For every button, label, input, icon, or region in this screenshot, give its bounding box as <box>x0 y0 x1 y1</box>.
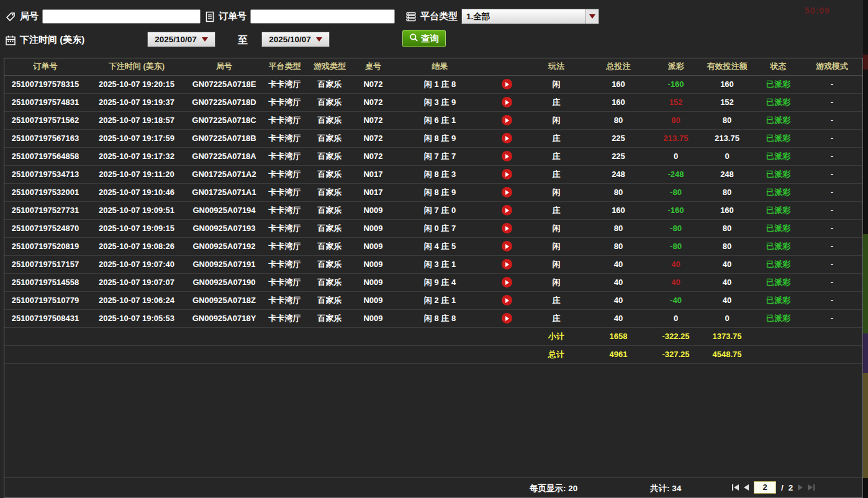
cell-order-number: 251007197527731 <box>4 201 86 219</box>
platform-type-icon <box>405 11 417 22</box>
cell-video <box>485 291 528 309</box>
cell-round-number: GN00925A0718Z <box>187 291 261 309</box>
cell-play-method: 庄 <box>528 201 584 219</box>
cell-table-number: N009 <box>351 273 395 291</box>
table-row: 251007197564858 2025-10-07 19:17:32 GN07… <box>4 147 862 165</box>
cell-result: 闲 8 庄 9 <box>395 129 485 147</box>
cell-status: 已派彩 <box>755 291 802 309</box>
cell-valid-bet: 40 <box>699 273 755 291</box>
play-video-icon[interactable] <box>502 151 512 161</box>
play-video-icon[interactable] <box>502 169 512 179</box>
cell-payout: 40 <box>653 273 699 291</box>
cell-result: 闲 8 庄 8 <box>395 309 485 327</box>
cell-bet-time: 2025-10-07 19:08:26 <box>86 237 187 255</box>
cell-platform-type: 卡卡湾厅 <box>261 291 308 309</box>
play-video-icon[interactable] <box>502 187 512 197</box>
cell-status: 已派彩 <box>755 201 802 219</box>
cell-play-method: 闲 <box>528 255 584 273</box>
cell-status: 已派彩 <box>755 183 802 201</box>
col-header-game-mode: 游戏模式 <box>802 58 862 75</box>
cell-bet-time: 2025-10-07 19:05:53 <box>86 309 187 327</box>
cell-result: 闲 7 庄 7 <box>395 147 485 165</box>
filter-bar: 局号 订单号 平台类型 1.全部 下注时间 (美东) <box>0 0 863 57</box>
cell-status: 已派彩 <box>755 129 802 147</box>
col-header-play-method: 玩法 <box>528 58 584 75</box>
cell-game-type: 百家乐 <box>308 147 351 165</box>
cell-game-mode: - <box>802 219 862 237</box>
cell-valid-bet: 152 <box>699 93 755 111</box>
play-video-icon[interactable] <box>502 97 512 107</box>
cell-bet-time: 2025-10-07 19:07:40 <box>86 255 187 273</box>
cell-bet-time: 2025-10-07 19:10:46 <box>86 183 187 201</box>
cell-video <box>485 147 528 165</box>
query-button-label: 查询 <box>421 33 439 45</box>
cell-platform-type: 卡卡湾厅 <box>261 183 308 201</box>
cell-game-type: 百家乐 <box>308 201 351 219</box>
cell-game-type: 百家乐 <box>308 111 351 129</box>
round-number-input[interactable] <box>42 9 201 24</box>
cell-order-number: 251007197578315 <box>4 75 86 93</box>
cell-round-number: GN00925A07192 <box>187 237 261 255</box>
cell-game-mode: - <box>802 183 862 201</box>
play-video-icon[interactable] <box>502 313 512 324</box>
platform-type-select[interactable]: 1.全部 <box>461 9 599 24</box>
cell-game-mode: - <box>802 147 862 165</box>
cell-order-number: 251007197524870 <box>4 219 86 237</box>
col-header-platform-type: 平台类型 <box>261 58 308 75</box>
cell-valid-bet: 248 <box>699 165 755 183</box>
cell-round-number: GN07225A0718C <box>187 111 261 129</box>
order-number-icon <box>205 11 215 22</box>
cell-order-number: 251007197508431 <box>4 309 86 327</box>
play-video-icon[interactable] <box>502 223 512 233</box>
date-from-select[interactable]: 2025/10/07 <box>147 32 215 47</box>
cell-play-method: 庄 <box>528 93 584 111</box>
cell-game-mode: - <box>802 255 862 273</box>
pagination-bar: 每页显示: 20 共计: 34 2 / 2 <box>4 478 862 497</box>
play-video-icon[interactable] <box>502 241 512 251</box>
cell-video <box>485 183 528 201</box>
cell-round-number: GN01725A071A2 <box>187 165 261 183</box>
cell-valid-bet: 40 <box>699 291 755 309</box>
play-video-icon[interactable] <box>502 205 512 215</box>
play-video-icon[interactable] <box>502 115 512 125</box>
order-number-input[interactable] <box>250 9 395 24</box>
date-to-value: 2025/10/07 <box>269 35 311 44</box>
cell-game-type: 百家乐 <box>308 309 351 327</box>
table-header-row: 订单号 下注时间 (美东) 局号 平台类型 游戏类型 桌号 结果 玩法 总投注 … <box>4 58 862 75</box>
grand-total-valid-bet: 4548.75 <box>699 345 755 363</box>
last-page-icon[interactable] <box>808 484 815 491</box>
date-to-select[interactable]: 2025/10/07 <box>261 32 330 47</box>
table-row: 251007197520819 2025-10-07 19:08:26 GN00… <box>4 237 862 255</box>
col-header-video <box>485 58 528 75</box>
play-video-icon[interactable] <box>502 259 512 269</box>
cell-result: 闲 3 庄 1 <box>395 255 485 273</box>
cell-round-number: GN00925A07193 <box>187 219 261 237</box>
table-row: 251007197514558 2025-10-07 19:07:07 GN00… <box>4 273 862 291</box>
current-page-input[interactable]: 2 <box>754 481 776 494</box>
cell-game-mode: - <box>802 93 862 111</box>
play-video-icon[interactable] <box>502 79 512 89</box>
cell-payout: 0 <box>653 309 699 327</box>
cell-platform-type: 卡卡湾厅 <box>261 129 308 147</box>
cell-video <box>485 93 528 111</box>
cell-game-mode: - <box>802 201 862 219</box>
table-row: 251007197517157 2025-10-07 19:07:40 GN00… <box>4 255 862 273</box>
prev-page-icon[interactable] <box>744 484 749 491</box>
cell-total-bet: 40 <box>584 273 653 291</box>
table-row: 251007197510779 2025-10-07 19:06:24 GN00… <box>4 291 862 309</box>
cell-round-number: GN07225A0718D <box>187 93 261 111</box>
cell-platform-type: 卡卡湾厅 <box>261 201 308 219</box>
cell-game-type: 百家乐 <box>308 183 351 201</box>
play-video-icon[interactable] <box>502 133 512 143</box>
next-page-icon[interactable] <box>798 484 803 491</box>
play-video-icon[interactable] <box>502 295 512 306</box>
cell-game-mode: - <box>802 273 862 291</box>
first-page-icon[interactable] <box>732 484 739 491</box>
cell-valid-bet: 0 <box>699 147 755 165</box>
play-video-icon[interactable] <box>502 277 512 287</box>
grand-total-trailing <box>755 345 862 363</box>
query-button[interactable]: 查询 <box>402 30 446 47</box>
cell-order-number: 251007197574831 <box>4 93 86 111</box>
cell-bet-time: 2025-10-07 19:11:20 <box>86 165 187 183</box>
round-number-label: 局号 <box>20 11 38 22</box>
